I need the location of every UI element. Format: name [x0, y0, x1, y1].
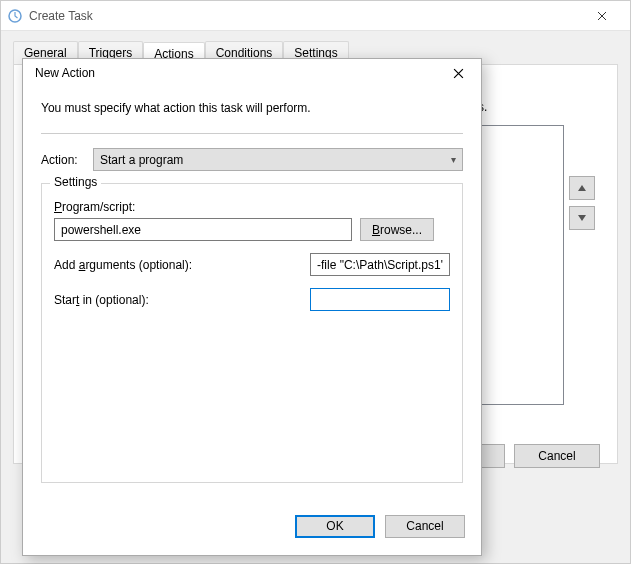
- action-dropdown[interactable]: Start a program ▾: [93, 148, 463, 171]
- arguments-input[interactable]: [310, 253, 450, 276]
- modal-body: You must specify what action this task w…: [23, 87, 481, 507]
- parent-titlebar: Create Task: [1, 1, 630, 31]
- arguments-label: Add arguments (optional):: [54, 258, 192, 272]
- action-dropdown-value: Start a program: [100, 153, 183, 167]
- close-icon: [597, 11, 607, 21]
- modal-ok-button[interactable]: OK: [295, 515, 375, 538]
- modal-instruction: You must specify what action this task w…: [41, 101, 463, 115]
- parent-close-button[interactable]: [579, 1, 624, 30]
- settings-groupbox: Settings Program/script: Browse... Add a…: [41, 183, 463, 483]
- settings-legend: Settings: [50, 175, 101, 189]
- parent-title: Create Task: [29, 9, 579, 23]
- divider: [41, 133, 463, 134]
- program-script-input[interactable]: [54, 218, 352, 241]
- chevron-down-icon: ▾: [451, 154, 456, 165]
- startin-row: Start in (optional):: [54, 288, 450, 311]
- move-up-button[interactable]: [569, 176, 595, 200]
- startin-label: Start in (optional):: [54, 293, 149, 307]
- scheduler-icon: [7, 8, 23, 24]
- action-label: Action:: [41, 153, 93, 167]
- new-action-dialog: New Action You must specify what action …: [22, 58, 482, 556]
- arguments-row: Add arguments (optional):: [54, 253, 450, 276]
- triangle-up-icon: [578, 185, 586, 191]
- browse-label: Browse...: [372, 223, 422, 237]
- modal-footer: OK Cancel: [23, 507, 481, 555]
- move-down-button[interactable]: [569, 206, 595, 230]
- parent-cancel-label: Cancel: [538, 449, 575, 463]
- startin-input[interactable]: [310, 288, 450, 311]
- parent-cancel-button[interactable]: Cancel: [514, 444, 600, 468]
- browse-button[interactable]: Browse...: [360, 218, 434, 241]
- modal-ok-label: OK: [326, 519, 343, 533]
- triangle-down-icon: [578, 215, 586, 221]
- modal-close-button[interactable]: [443, 60, 473, 86]
- modal-title: New Action: [35, 66, 443, 80]
- action-row: Action: Start a program ▾: [41, 148, 463, 171]
- modal-cancel-button[interactable]: Cancel: [385, 515, 465, 538]
- program-row: Program/script: Browse...: [54, 200, 450, 241]
- modal-cancel-label: Cancel: [406, 519, 443, 533]
- close-icon: [453, 68, 464, 79]
- modal-titlebar: New Action: [23, 59, 481, 87]
- program-label: Program/script:: [54, 200, 450, 214]
